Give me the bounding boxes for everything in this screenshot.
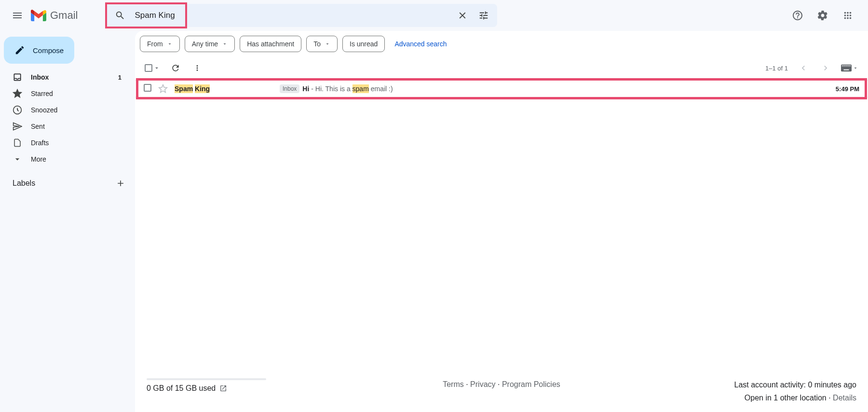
sidebar-label: Sent (31, 123, 125, 130)
email-time: 5:49 PM (836, 85, 859, 93)
gmail-logo[interactable]: Gmail (31, 9, 78, 22)
checkbox-icon (145, 64, 152, 72)
terms-link[interactable]: Terms (443, 380, 464, 388)
svg-rect-2 (843, 66, 844, 67)
search-bar (107, 4, 497, 27)
email-checkbox[interactable] (144, 84, 153, 94)
sidebar-item-inbox[interactable]: Inbox 1 (0, 69, 131, 85)
search-icon (115, 10, 125, 21)
email-sender: Spam King (175, 85, 280, 93)
sidebar-item-snoozed[interactable]: Snoozed (0, 102, 131, 118)
inbox-tag: Inbox (280, 84, 299, 93)
send-icon (13, 122, 22, 131)
svg-rect-8 (844, 69, 849, 70)
svg-rect-1 (842, 66, 843, 67)
keyboard-icon (841, 64, 852, 72)
storage-text: 0 GB of 15 GB used (147, 384, 216, 393)
search-button[interactable] (109, 5, 131, 26)
main-menu-button[interactable] (6, 4, 29, 27)
sidebar-label: Snoozed (31, 106, 125, 114)
sidebar: Compose Inbox 1 Starred Snoozed Sent Dra… (0, 31, 135, 412)
input-method-button[interactable] (841, 64, 858, 72)
dropdown-icon (222, 41, 228, 47)
svg-rect-4 (846, 66, 847, 67)
sidebar-label: Inbox (31, 73, 118, 81)
details-link[interactable]: Details (833, 394, 856, 402)
sidebar-label: Starred (31, 90, 125, 97)
footer-links: Terms · Privacy · Program Policies (443, 380, 560, 389)
chevron-down-icon (13, 154, 22, 164)
settings-button[interactable] (812, 5, 833, 26)
email-content: Inbox Hi - Hi. This is a spam email :) (280, 84, 836, 93)
sidebar-item-drafts[interactable]: Drafts (0, 135, 131, 151)
email-row[interactable]: Spam King Inbox Hi - Hi. This is a spam … (135, 80, 868, 97)
add-label-button[interactable] (116, 179, 125, 188)
prev-page-button[interactable] (797, 61, 810, 75)
filter-unread[interactable]: Is unread (342, 36, 385, 52)
apps-button[interactable] (837, 5, 858, 26)
advanced-search-link[interactable]: Advanced search (394, 40, 447, 48)
activity-text: Last account activity: 0 minutes ago (734, 378, 856, 391)
open-location: Open in 1 other location (745, 394, 827, 402)
sidebar-label: More (31, 155, 125, 163)
dropdown-icon (325, 41, 330, 47)
filter-anytime[interactable]: Any time (185, 36, 235, 52)
next-page-button[interactable] (819, 61, 832, 75)
inbox-icon (13, 72, 22, 82)
tune-icon (478, 10, 489, 21)
pencil-icon (14, 45, 25, 55)
refresh-button[interactable] (169, 61, 182, 75)
filter-to[interactable]: To (306, 36, 338, 52)
more-vert-icon (193, 64, 202, 72)
file-icon (13, 138, 22, 148)
storage-bar (147, 378, 266, 380)
logo-text: Gmail (50, 9, 78, 22)
filter-attachment[interactable]: Has attachment (240, 36, 301, 52)
gmail-icon (31, 10, 46, 21)
chevron-left-icon (799, 63, 808, 73)
clock-icon (13, 105, 22, 115)
gear-icon (817, 10, 828, 21)
open-external-icon[interactable] (219, 385, 227, 392)
sidebar-item-sent[interactable]: Sent (0, 119, 131, 134)
privacy-link[interactable]: Privacy (470, 380, 495, 388)
sidebar-count: 1 (118, 74, 122, 81)
sidebar-item-more[interactable]: More (0, 151, 131, 167)
chevron-right-icon (821, 63, 830, 73)
sidebar-label: Drafts (31, 139, 125, 147)
star-icon (13, 89, 22, 98)
dropdown-icon (153, 65, 160, 71)
more-actions-button[interactable] (191, 62, 203, 74)
pagination-info: 1–1 of 1 (765, 65, 788, 72)
dropdown-icon (853, 65, 858, 71)
sidebar-item-starred[interactable]: Starred (0, 86, 131, 101)
close-icon (457, 10, 468, 21)
search-input[interactable] (131, 11, 452, 20)
svg-rect-3 (844, 66, 845, 67)
apps-icon (842, 10, 853, 21)
support-button[interactable] (787, 5, 808, 26)
clear-search-button[interactable] (452, 5, 473, 26)
star-button[interactable] (158, 84, 168, 94)
refresh-icon (171, 63, 180, 73)
search-options-button[interactable] (473, 5, 494, 26)
compose-button[interactable]: Compose (4, 37, 74, 64)
svg-rect-7 (850, 66, 851, 67)
star-outline-icon (158, 84, 168, 94)
plus-icon (116, 179, 125, 188)
dropdown-icon (167, 41, 173, 47)
content-area: From Any time Has attachment To Is unrea… (135, 31, 868, 412)
select-all-checkbox[interactable] (145, 64, 160, 72)
hamburger-icon (12, 10, 23, 21)
svg-rect-5 (847, 66, 848, 67)
labels-title: Labels (13, 179, 35, 188)
help-icon (792, 10, 803, 21)
compose-label: Compose (33, 46, 64, 55)
policies-link[interactable]: Program Policies (502, 380, 560, 388)
svg-rect-6 (849, 66, 850, 67)
filter-from[interactable]: From (140, 36, 180, 52)
